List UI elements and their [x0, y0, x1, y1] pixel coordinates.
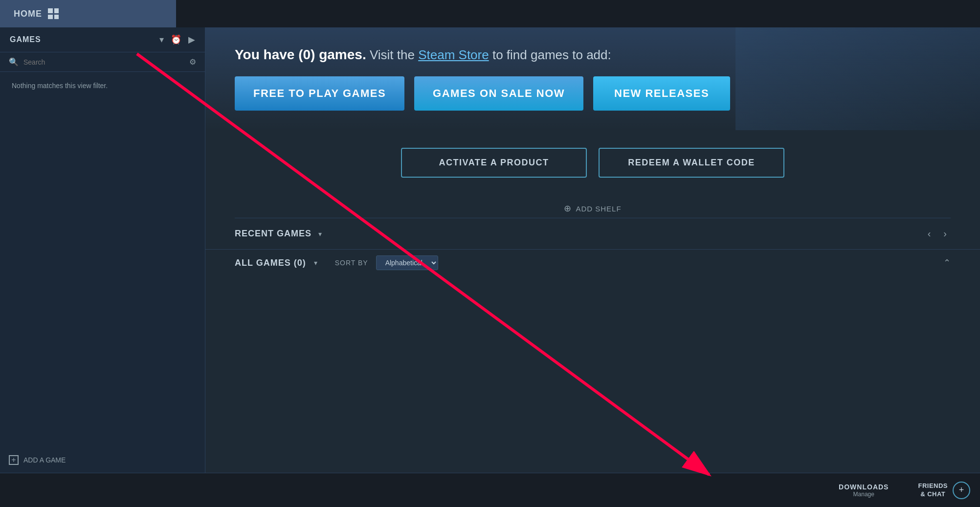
sort-dropdown[interactable]: Alphabetical — [376, 255, 438, 270]
new-releases-button[interactable]: NEW RELEASES — [593, 76, 730, 111]
bottom-bar: DOWNLOADS Manage FRIENDS& CHAT + — [0, 473, 980, 507]
filter-icon[interactable]: ⚙ — [189, 57, 196, 67]
downloads-section[interactable]: DOWNLOADS Manage — [819, 483, 908, 498]
content-area: You have (0) games. Visit the Steam Stor… — [205, 27, 980, 473]
home-label: HOME — [14, 9, 42, 19]
all-games-label: ALL GAMES (0) — [235, 258, 306, 268]
all-games-chevron[interactable]: ▾ — [314, 259, 317, 267]
clock-icon[interactable]: ⏰ — [171, 34, 181, 45]
section-nav: ‹ › — [924, 226, 951, 241]
main-layout: GAMES ▾ ⏰ ▶ 🔍 ⚙ Nothing matches this vie… — [0, 27, 980, 473]
top-bar: HOME — [0, 0, 980, 27]
add-game-label: ADD A GAME — [23, 456, 66, 464]
nav-prev-arrow[interactable]: ‹ — [924, 226, 935, 241]
grid-icon — [48, 8, 59, 19]
recent-games-chevron[interactable]: ▾ — [318, 230, 322, 238]
games-label: GAMES — [10, 35, 159, 44]
add-shelf-row[interactable]: ⊕ ADD SHELF — [205, 195, 980, 218]
hero-banner: You have (0) games. Visit the Steam Stor… — [205, 27, 980, 130]
add-shelf-label: ADD SHELF — [576, 205, 621, 213]
games-on-sale-button[interactable]: GAMES ON SALE NOW — [414, 76, 583, 111]
friends-chat-label: FRIENDS& CHAT — [918, 482, 948, 499]
redeem-wallet-button[interactable]: REDEEM A WALLET CODE — [599, 148, 784, 178]
game-action-buttons: FREE TO PLAY GAMES GAMES ON SALE NOW NEW… — [235, 76, 951, 111]
search-input[interactable] — [23, 58, 184, 66]
play-icon[interactable]: ▶ — [188, 34, 195, 45]
friends-chat-icon[interactable]: + — [953, 482, 970, 499]
plus-circle-icon: ⊕ — [564, 203, 572, 214]
all-games-row: ALL GAMES (0) ▾ SORT BY Alphabetical ⌃ — [205, 249, 980, 276]
add-game-button[interactable]: + ADD A GAME — [0, 447, 205, 473]
chevron-down-icon[interactable]: ▾ — [159, 34, 164, 45]
you-have-text: You have (0) games. Visit the Steam Stor… — [235, 47, 951, 63]
recent-games-title: RECENT GAMES — [235, 229, 312, 239]
sidebar-games-header: GAMES ▾ ⏰ ▶ — [0, 27, 205, 52]
sidebar: GAMES ▾ ⏰ ▶ 🔍 ⚙ Nothing matches this vie… — [0, 27, 205, 473]
nav-next-arrow[interactable]: › — [939, 226, 951, 241]
action-section: ACTIVATE A PRODUCT REDEEM A WALLET CODE — [205, 130, 980, 195]
downloads-label: DOWNLOADS — [839, 483, 889, 491]
collapse-icon[interactable]: ⌃ — [943, 257, 951, 268]
sort-by-label: SORT BY — [335, 259, 368, 267]
sidebar-empty-message: Nothing matches this view filter. — [0, 72, 205, 99]
free-to-play-button[interactable]: FREE TO PLAY GAMES — [235, 76, 404, 111]
manage-label: Manage — [853, 491, 874, 498]
sidebar-header-icons: ▾ ⏰ ▶ — [159, 34, 195, 45]
plus-icon: + — [9, 455, 19, 465]
activate-product-button[interactable]: ACTIVATE A PRODUCT — [401, 148, 587, 178]
home-button[interactable]: HOME — [0, 0, 176, 27]
sidebar-search-bar: 🔍 ⚙ — [0, 52, 205, 72]
recent-games-section: RECENT GAMES ▾ ‹ › — [205, 218, 980, 249]
steam-store-link[interactable]: Steam Store — [418, 47, 489, 62]
search-icon: 🔍 — [9, 57, 19, 67]
friends-chat-section[interactable]: FRIENDS& CHAT + — [908, 482, 980, 499]
